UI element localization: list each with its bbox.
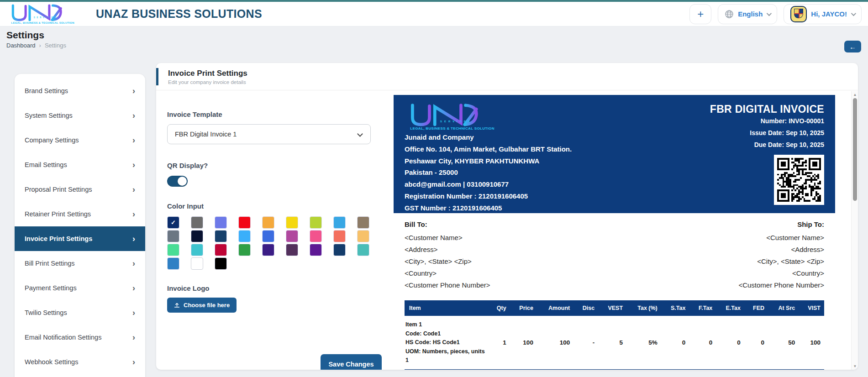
sidebar-item-twilio-settings[interactable]: Twilio Settings› [15, 300, 145, 325]
invoice-print-settings-card: Invoice Print Settings Edit your company… [156, 63, 858, 370]
table-cell: 100 [537, 316, 573, 370]
breadcrumb-dashboard-link[interactable]: Dashboard [6, 42, 36, 49]
table-header-cell: S.Tax [661, 300, 689, 316]
color-swatch[interactable] [310, 230, 322, 242]
color-swatch[interactable] [310, 216, 322, 229]
qr-code [774, 155, 824, 205]
sidebar-item-system-settings[interactable]: System Settings› [15, 103, 145, 128]
chevron-right-icon: › [132, 185, 135, 194]
color-swatch[interactable] [357, 244, 369, 256]
settings-form: Invoice Template FBR Digital Invoice 1 Q… [167, 89, 382, 313]
color-swatch[interactable] [286, 216, 298, 229]
color-swatch[interactable] [167, 230, 179, 242]
table-row: Item 1Code: Code1HS Code: HS Code1UOM: N… [405, 316, 824, 370]
bill-to-line: <Address> [405, 244, 490, 256]
sidebar-item-payment-settings[interactable]: Payment Settings› [15, 276, 145, 300]
color-swatch[interactable] [215, 244, 227, 256]
invoice-template-select[interactable]: FBR Digital Invoice 1 [167, 124, 371, 144]
color-swatch[interactable] [215, 257, 227, 270]
sidebar-item-email-notification-settings[interactable]: Email Notification Settings› [15, 325, 145, 350]
sidebar-item-invoice-print-settings[interactable]: Invoice Print Settings› [15, 226, 145, 251]
user-menu[interactable]: Hi, JAYCO! [784, 4, 862, 24]
invoice-company-logo: S E R V I C E S LEGAL, BUSINESS & TECHNI… [405, 102, 500, 131]
table-cell: 0 [744, 316, 768, 370]
color-swatch[interactable] [215, 230, 227, 242]
bill-to-title: Bill To: [405, 220, 490, 228]
chevron-right-icon: › [132, 234, 135, 244]
color-swatch[interactable] [215, 216, 227, 229]
sidebar-item-webhook-settings[interactable]: Webhook Settings› [15, 350, 145, 374]
color-swatch[interactable] [333, 216, 346, 229]
sidebar-item-bill-print-settings[interactable]: Bill Print Settings› [15, 251, 145, 276]
color-swatch[interactable] [310, 244, 322, 256]
color-swatch[interactable] [191, 216, 203, 229]
sidebar-item-label: Email Notification Settings [25, 334, 101, 341]
logo-services-text: S E R V I C E S [34, 16, 57, 18]
preview-scrollbar[interactable]: ▲ ▼ [851, 91, 858, 370]
toggle-knob [178, 177, 187, 186]
color-swatch[interactable] [286, 230, 298, 242]
sidebar-item-label: System Settings [25, 112, 73, 119]
topbar-actions: + English Hi, JAYCO! [689, 4, 862, 24]
add-button[interactable]: + [689, 4, 711, 24]
table-header-cell: F.Tax [689, 300, 716, 316]
sidebar-item-email-settings[interactable]: Email Settings› [15, 152, 145, 177]
invoice-logo-label: Invoice Logo [167, 284, 382, 292]
color-swatch[interactable] [262, 244, 274, 256]
scroll-up-icon[interactable]: ▲ [852, 93, 858, 97]
sidebar-item-proposal-print-settings[interactable]: Proposal Print Settings› [15, 177, 145, 202]
scroll-down-icon[interactable]: ▼ [852, 364, 858, 368]
language-selector[interactable]: English [718, 4, 777, 24]
color-swatch[interactable] [191, 244, 203, 256]
qr-display-toggle[interactable] [167, 176, 188, 187]
page-header: Settings Dashboard › Settings [0, 26, 868, 49]
scrollbar-thumb[interactable] [853, 98, 857, 201]
back-button[interactable]: ← [844, 41, 861, 52]
choose-file-button[interactable]: Choose file here [167, 298, 237, 313]
color-swatch[interactable] [286, 244, 298, 256]
table-header-cell: Amount [537, 300, 573, 316]
chevron-right-icon: › [132, 111, 135, 120]
sidebar-item-retainer-print-settings[interactable]: Retainer Print Settings› [15, 202, 145, 226]
color-swatch[interactable] [262, 216, 274, 229]
ship-to-line: <Country> [738, 267, 824, 279]
chevron-down-icon [357, 131, 363, 137]
table-cell: 1 [489, 316, 510, 370]
sidebar-item-company-settings[interactable]: Company Settings› [15, 128, 145, 152]
upload-icon [174, 302, 180, 308]
table-cell: 5% [626, 316, 661, 370]
table-header-cell: VIST [799, 300, 824, 316]
color-swatch[interactable] [357, 230, 369, 242]
table-cell: 100 [510, 316, 537, 370]
color-swatch[interactable] [238, 216, 251, 229]
color-swatch[interactable] [238, 230, 251, 242]
table-header-cell: E.Tax [716, 300, 744, 316]
section-subtitle: Edit your company invoice details [168, 79, 858, 85]
color-swatch[interactable] [167, 244, 179, 256]
invoice-due-date: Due Date: Sep 10, 2025 [710, 139, 824, 151]
sidebar-item-label: Payment Settings [25, 284, 77, 292]
billing-shipping-section: Bill To: <Customer Name><Address><City>,… [394, 213, 835, 291]
table-header-cell: FED [744, 300, 768, 316]
save-changes-button[interactable]: Save Changes [321, 354, 382, 370]
color-swatch[interactable] [167, 257, 179, 270]
color-swatch[interactable] [238, 244, 251, 256]
color-grid: ✓ [167, 216, 382, 270]
chevron-right-icon: › [132, 259, 135, 268]
color-swatch[interactable] [262, 230, 274, 242]
section-accent-bar [156, 68, 158, 85]
bill-to-line: <Customer Phone Number> [405, 279, 490, 291]
table-cell: 100 [799, 316, 824, 370]
color-swatch[interactable] [333, 230, 346, 242]
color-swatch[interactable] [191, 230, 203, 242]
chevron-right-icon: › [132, 136, 135, 145]
color-swatch[interactable]: ✓ [167, 216, 179, 229]
color-swatch[interactable] [357, 216, 369, 229]
table-cell: 5 [598, 316, 626, 370]
table-cell: 50 [768, 316, 799, 370]
sidebar-item-label: Proposal Print Settings [25, 186, 92, 193]
sidebar-item-brand-settings[interactable]: Brand Settings› [15, 79, 145, 103]
chevron-right-icon: › [132, 209, 135, 219]
color-swatch[interactable] [333, 244, 346, 256]
color-swatch[interactable] [191, 257, 203, 270]
